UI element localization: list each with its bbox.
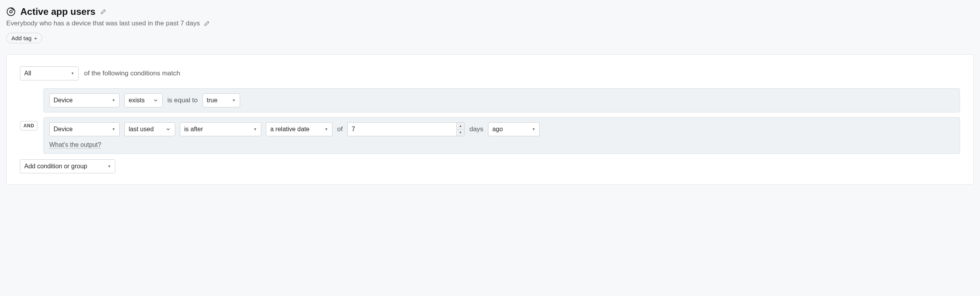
condition-field-value: Device: [54, 97, 73, 104]
conditions-list: Device ▼ exists is equal to true ▼: [20, 88, 960, 154]
description-row: Everybody who has a device that was last…: [6, 20, 974, 27]
condition-line: AND Device ▼ last used is after ▼: [20, 117, 960, 154]
and-badge: AND: [20, 121, 38, 130]
add-condition-label: Add condition or group: [24, 163, 87, 170]
stepper-up-icon[interactable]: ▲: [457, 123, 465, 130]
match-mode-select[interactable]: All ▼: [20, 66, 79, 80]
join-column: AND: [20, 117, 43, 130]
condition-operator-value: last used: [129, 126, 154, 133]
caret-down-icon: ▼: [253, 127, 257, 131]
match-mode-value: All: [24, 70, 31, 77]
header-row: Active app users: [6, 6, 974, 17]
condition-field-value: Device: [54, 126, 73, 133]
condition-operator-value: exists: [129, 97, 145, 104]
caret-down-icon: ▼: [325, 127, 328, 131]
add-tag-label: Add tag: [11, 35, 32, 41]
caret-down-icon: ▼: [532, 127, 535, 131]
condition-row: Device ▼ last used is after ▼ a relative…: [49, 122, 954, 136]
svg-point-0: [7, 8, 15, 16]
edit-description-icon[interactable]: [204, 20, 211, 27]
plus-icon: +: [34, 35, 38, 41]
edit-title-icon[interactable]: [100, 8, 107, 15]
segment-icon: [6, 7, 16, 16]
caret-down-icon: ▼: [112, 98, 115, 102]
condition-mid-text: is equal to: [167, 96, 198, 104]
output-link[interactable]: What's the output?: [49, 141, 101, 148]
segment-description: Everybody who has a device that was last…: [6, 20, 200, 27]
date-type-select[interactable]: a relative date ▼: [266, 122, 332, 136]
caret-down-icon: ▼: [71, 71, 74, 75]
number-stepper[interactable]: ▲ ▼: [456, 123, 465, 136]
match-mode-row: All ▼ of the following conditions match: [20, 66, 960, 80]
svg-point-1: [10, 11, 12, 13]
match-suffix-text: of the following conditions match: [84, 70, 180, 77]
condition-field-select[interactable]: Device ▼: [49, 122, 120, 136]
condition-block: Device ▼ last used is after ▼ a relative…: [43, 117, 960, 154]
condition-operator-select[interactable]: last used: [124, 122, 175, 136]
caret-down-icon: ▼: [112, 127, 115, 131]
condition-block: Device ▼ exists is equal to true ▼: [43, 88, 960, 112]
relative-number-field[interactable]: [352, 126, 456, 133]
condition-value-select[interactable]: true ▼: [203, 93, 240, 107]
direction-select[interactable]: ago ▼: [488, 122, 540, 136]
condition-line: Device ▼ exists is equal to true ▼: [20, 88, 960, 112]
join-column: [20, 88, 43, 92]
chevron-down-icon: [153, 98, 158, 103]
caret-down-icon: ▼: [232, 98, 236, 102]
add-tag-button[interactable]: Add tag +: [6, 33, 42, 43]
stepper-down-icon[interactable]: ▼: [457, 130, 465, 136]
output-link-row: What's the output?: [49, 141, 954, 149]
condition-operator-select[interactable]: exists: [124, 93, 163, 107]
page-title: Active app users: [20, 6, 95, 17]
chevron-down-icon: [165, 127, 171, 132]
date-type-value: a relative date: [270, 126, 310, 133]
direction-value: ago: [492, 126, 503, 133]
unit-label: days: [469, 125, 483, 133]
condition-builder-card: All ▼ of the following conditions match …: [6, 54, 974, 185]
caret-down-icon: ▼: [108, 164, 111, 168]
of-label: of: [337, 125, 343, 133]
add-condition-button[interactable]: Add condition or group ▼: [20, 159, 115, 173]
condition-comparator-value: is after: [184, 126, 203, 133]
condition-comparator-select[interactable]: is after ▼: [180, 122, 261, 136]
condition-value: true: [207, 97, 218, 104]
condition-field-select[interactable]: Device ▼: [49, 93, 120, 107]
relative-number-input[interactable]: ▲ ▼: [347, 122, 465, 136]
add-condition-row: Add condition or group ▼: [20, 159, 960, 173]
condition-row: Device ▼ exists is equal to true ▼: [49, 93, 954, 107]
